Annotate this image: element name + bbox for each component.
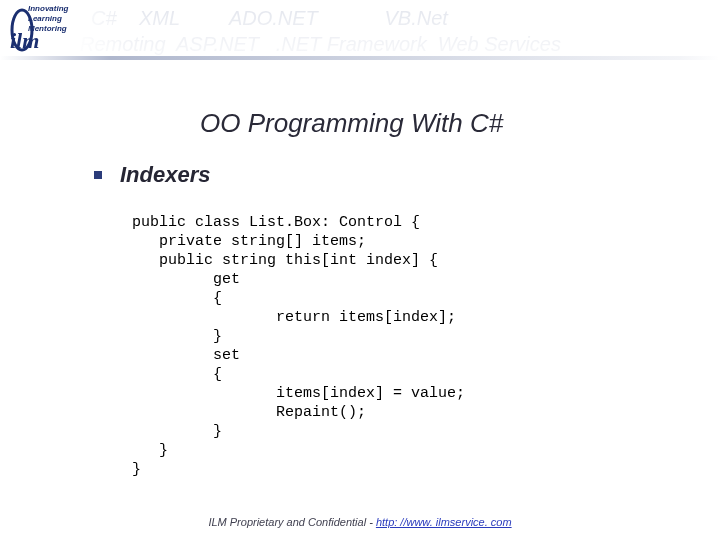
content-area: Indexers <box>94 162 654 188</box>
bullet-row: Indexers <box>94 162 654 188</box>
banner-side-fade <box>0 0 720 62</box>
code-block: public class List.Box: Control { private… <box>132 213 465 479</box>
banner-underline <box>0 56 720 60</box>
logo-tagline-l2: Learning <box>28 14 68 24</box>
bullet-square-icon <box>94 171 102 179</box>
footer-link[interactable]: http: //www. ilmservice. com <box>376 516 512 528</box>
bullet-heading: Indexers <box>120 162 211 188</box>
logo-tagline-l1: Innovating <box>28 4 68 14</box>
footer: ILM Proprietary and Confidential - http:… <box>0 516 720 528</box>
logo-tagline-l3: Mentoring <box>28 24 68 34</box>
slide-title: OO Programming With C# <box>200 108 503 139</box>
footer-text: ILM Proprietary and Confidential - <box>208 516 376 528</box>
header-banner: C# XML ADO.NET VB.Net Remoting ASP.NET .… <box>0 0 720 62</box>
logo-tagline: Innovating Learning Mentoring <box>28 4 68 34</box>
